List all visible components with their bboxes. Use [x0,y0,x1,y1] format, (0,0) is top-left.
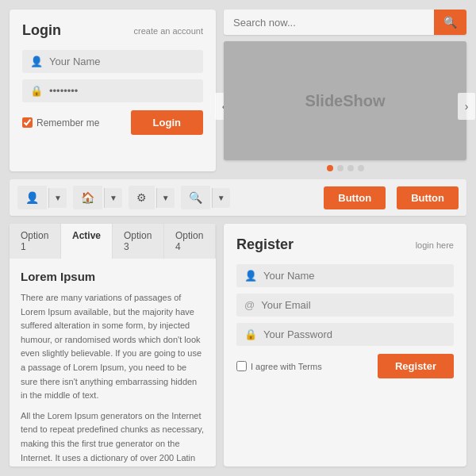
toolbar-user-dropdown[interactable]: ▼ [48,188,67,208]
toolbar-home-button[interactable]: 🏠 [73,186,102,209]
tab-option4[interactable]: Option 4 [164,224,216,259]
password-field-group: 🔒 [22,79,203,102]
slide-dots [224,165,466,171]
register-email-group: @ [236,294,454,317]
username-input[interactable] [49,56,195,67]
register-name-input[interactable] [263,270,446,282]
toolbar-settings-group: ⚙ ▼ [129,186,175,209]
search-button[interactable]: 🔍 [434,10,466,35]
toolbar-search-button[interactable]: 🔍 [181,186,210,209]
register-email-icon: @ [244,299,255,311]
slideshow-label: SlideShow [305,92,385,110]
tab-option3[interactable]: Option 3 [113,224,164,259]
agree-terms-label[interactable]: I agree with Terms [236,361,322,371]
agree-terms-text: I agree with Terms [251,362,322,371]
toolbar-home-group: 🏠 ▼ [73,186,122,209]
login-footer: Remember me Login [22,110,203,135]
remember-me-label[interactable]: Remember me [22,117,99,129]
toolbar-button-1[interactable]: Button [324,186,386,209]
content-panel: Option 1 Active Option 3 Option 4 Lorem … [10,224,216,466]
password-input[interactable] [49,85,195,97]
toolbar-search-group: 🔍 ▼ [181,186,230,209]
register-lock-icon: 🔒 [244,328,257,340]
agree-terms-checkbox[interactable] [236,361,247,371]
login-here-link[interactable]: login here [416,240,454,250]
tabs: Option 1 Active Option 3 Option 4 [10,224,216,259]
tab-option1[interactable]: Option 1 [10,224,61,259]
create-account-link[interactable]: create an account [134,26,203,36]
user-icon: 👤 [30,56,43,67]
login-card: Login create an account 👤 🔒 Remember me … [10,10,216,171]
register-header: Register login here [236,236,454,253]
tab-active[interactable]: Active [61,224,113,259]
lock-icon: 🔒 [30,85,43,97]
register-button[interactable]: Register [378,354,454,378]
register-footer: I agree with Terms Register [236,354,454,378]
content-para-2: All the Lorem Ipsum generators on the In… [21,409,205,466]
dot-4[interactable] [358,165,364,171]
content-title: Lorem Ipsum [21,270,205,283]
toolbar-home-dropdown[interactable]: ▼ [104,188,122,208]
toolbar-settings-dropdown[interactable]: ▼ [156,188,175,208]
login-title: Login [22,22,61,39]
search-input[interactable] [224,10,434,35]
slideshow-wrapper: ‹ SlideShow › [224,41,466,171]
toolbar-button-2[interactable]: Button [397,186,459,209]
dot-2[interactable] [337,165,344,171]
slideshow-next-button[interactable]: › [458,93,475,120]
register-user-icon: 👤 [244,270,257,282]
toolbar-settings-button[interactable]: ⚙ [129,186,155,209]
slideshow: SlideShow [224,41,466,160]
content-para-1: There are many variations of passages of… [21,291,205,403]
remember-me-checkbox[interactable] [22,117,33,128]
login-header: Login create an account [22,22,203,39]
register-name-group: 👤 [236,264,454,287]
toolbar-search-dropdown[interactable]: ▼ [212,188,230,208]
register-email-input[interactable] [261,299,446,311]
toolbar-user-group: 👤 ▼ [17,186,67,209]
dot-1[interactable] [327,165,333,171]
right-top-panel: 🔍 ‹ SlideShow › [224,10,466,171]
register-password-input[interactable] [263,328,446,340]
register-password-group: 🔒 [236,323,454,346]
tab-content: Lorem Ipsum There are many variations of… [10,259,216,466]
login-button[interactable]: Login [131,110,203,135]
username-field-group: 👤 [22,50,203,73]
toolbar-user-button[interactable]: 👤 [17,186,47,209]
toolbar-row: 👤 ▼ 🏠 ▼ ⚙ ▼ 🔍 ▼ Button Button [10,179,466,216]
remember-me-text: Remember me [36,117,99,129]
register-title: Register [236,236,294,253]
register-card: Register login here 👤 @ 🔒 I agree with T… [224,224,466,466]
dot-3[interactable] [347,165,354,171]
search-bar: 🔍 [224,10,466,35]
